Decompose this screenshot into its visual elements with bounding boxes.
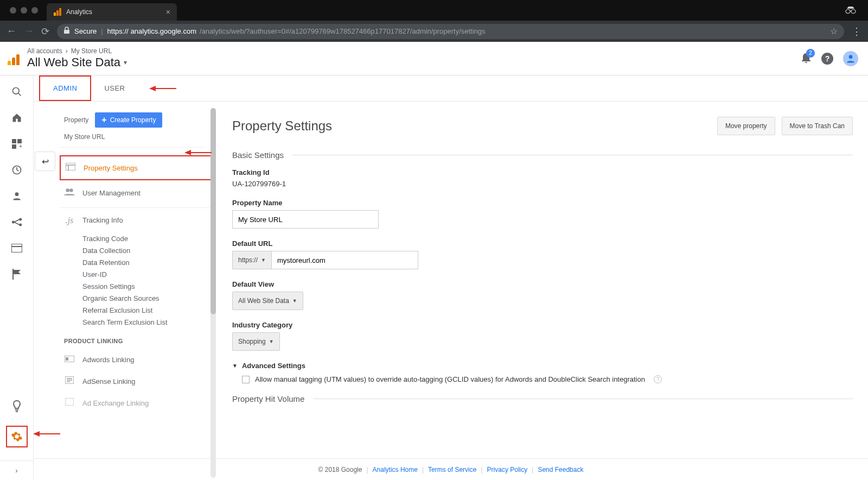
analytics-logo-icon [8, 52, 21, 65]
realtime-icon[interactable] [10, 163, 23, 176]
close-tab-icon[interactable]: × [166, 8, 170, 16]
svg-line-20 [14, 219, 20, 222]
basic-settings-heading: Basic Settings [232, 150, 284, 160]
tab-admin[interactable]: ADMIN [39, 75, 91, 101]
footer-privacy[interactable]: Privacy Policy [487, 466, 528, 473]
sub-tracking-code[interactable]: Tracking Code [82, 232, 216, 244]
gear-icon[interactable] [10, 430, 23, 443]
chevron-right-icon: › [66, 47, 68, 55]
industry-select[interactable]: Shopping▼ [232, 332, 280, 351]
caret-down-icon: ▾ [124, 59, 127, 66]
url-path: /analytics/web/?authuser=0#/a120799769w1… [200, 27, 486, 35]
acquisition-icon[interactable] [10, 216, 23, 229]
svg-point-3 [846, 9, 850, 13]
menu-tracking-info[interactable]: .js Tracking Info [60, 207, 216, 232]
svg-line-21 [14, 222, 20, 225]
bookmark-star-icon[interactable]: ☆ [830, 26, 838, 36]
manual-tagging-label: Allow manual tagging (UTM values) to ove… [255, 375, 645, 383]
behavior-icon[interactable] [10, 242, 23, 255]
menu-property-settings[interactable]: Property Settings [60, 155, 216, 180]
sub-session-settings[interactable]: Session Settings [82, 280, 216, 292]
svg-point-17 [12, 221, 14, 223]
svg-rect-11 [12, 144, 16, 149]
svg-point-6 [849, 55, 853, 59]
move-trash-button[interactable]: Move to Trash Can [782, 117, 853, 135]
svg-rect-2 [59, 8, 61, 16]
column-back-button[interactable]: ↩ [35, 151, 55, 171]
lock-icon [63, 27, 70, 36]
conversions-icon[interactable] [10, 268, 23, 281]
scrollbar[interactable] [210, 108, 216, 478]
adexchange-icon [64, 398, 75, 408]
create-property-button[interactable]: +Create Property [95, 112, 162, 128]
breadcrumb-property[interactable]: My Store URL [71, 47, 112, 55]
breadcrumb[interactable]: All accounts › My Store URL [27, 47, 127, 55]
move-property-button[interactable]: Move property [717, 117, 775, 135]
js-icon: .js [64, 216, 75, 225]
url-host: analytics.google.com [131, 27, 196, 35]
url-field[interactable]: Secure | https://analytics.google.com/an… [57, 24, 844, 39]
avatar[interactable] [843, 51, 858, 66]
forward-button[interactable]: → [24, 26, 34, 37]
svg-point-18 [20, 218, 21, 220]
svg-line-8 [18, 93, 21, 96]
default-url-input[interactable] [272, 251, 418, 269]
window-controls[interactable] [5, 7, 47, 14]
sub-user-id[interactable]: User-ID [82, 268, 216, 280]
search-icon[interactable] [10, 85, 23, 98]
view-selector[interactable]: All Web Site Data ▾ [27, 55, 127, 70]
sub-data-retention[interactable]: Data Retention [82, 256, 216, 268]
settings-page-icon [65, 163, 76, 173]
browser-address-bar: ← → ⟳ Secure | https://analytics.google.… [0, 21, 868, 42]
footer-tos[interactable]: Terms of Service [428, 466, 476, 473]
sub-search-term-exclusion[interactable]: Search Term Exclusion List [82, 316, 216, 328]
svg-rect-0 [54, 12, 56, 16]
tab-user[interactable]: USER [91, 75, 138, 101]
svg-rect-5 [64, 30, 69, 34]
footer: © 2018 Google | Analytics Home | Terms o… [34, 458, 868, 480]
menu-adexchange-linking[interactable]: Ad Exchange Linking [60, 392, 216, 414]
svg-point-16 [15, 192, 18, 196]
advanced-settings-toggle[interactable]: ▼Advanced Settings [232, 362, 853, 370]
manual-tagging-checkbox[interactable] [242, 376, 250, 383]
caret-down-icon: ▼ [261, 257, 266, 263]
footer-feedback[interactable]: Send Feedback [538, 466, 583, 473]
sub-organic-sources[interactable]: Organic Search Sources [82, 292, 216, 304]
favicon-icon [53, 8, 62, 16]
browser-menu-icon[interactable]: ⋮ [852, 26, 861, 37]
discover-icon[interactable] [10, 400, 23, 413]
notif-badge: 2 [806, 49, 815, 58]
back-button[interactable]: ← [7, 26, 16, 37]
breadcrumb-accounts[interactable]: All accounts [27, 47, 62, 55]
home-icon[interactable] [10, 111, 23, 124]
property-selector[interactable]: My Store URL [60, 133, 205, 148]
adwords-icon [64, 355, 75, 364]
property-name-label: Property Name [232, 199, 853, 207]
svg-rect-9 [12, 139, 16, 143]
help-button[interactable]: ? [821, 53, 833, 65]
customization-icon[interactable]: + [10, 137, 23, 150]
svg-line-15 [17, 170, 18, 171]
menu-adwords-linking[interactable]: Adwords Linking [60, 349, 216, 370]
reload-button[interactable]: ⟳ [41, 26, 49, 37]
property-column: ↩ Property +Create Property My Store URL… [34, 102, 216, 480]
property-name-input[interactable] [232, 210, 379, 229]
help-tooltip-icon[interactable]: ? [654, 375, 662, 383]
sub-referral-exclusion[interactable]: Referral Exclusion List [82, 304, 216, 316]
browser-tab-bar: Analytics × [0, 0, 868, 21]
svg-point-37 [69, 188, 73, 192]
url-scheme-select[interactable]: https://▼ [232, 251, 272, 269]
default-view-select[interactable]: All Web Site Data▼ [232, 292, 303, 310]
collapse-rail-button[interactable]: › [0, 460, 33, 480]
footer-analytics-home[interactable]: Analytics Home [373, 466, 418, 473]
browser-tab[interactable]: Analytics × [47, 3, 177, 21]
svg-rect-22 [11, 244, 22, 252]
notifications-button[interactable]: 2 [801, 51, 812, 66]
default-view-label: Default View [232, 280, 853, 288]
audience-icon[interactable] [10, 190, 23, 203]
sub-data-collection[interactable]: Data Collection [82, 244, 216, 256]
svg-point-7 [12, 88, 19, 94]
menu-user-management[interactable]: User Management [60, 180, 216, 205]
page-title: Property Settings [232, 118, 332, 134]
menu-adsense-linking[interactable]: AdSense Linking [60, 370, 216, 392]
